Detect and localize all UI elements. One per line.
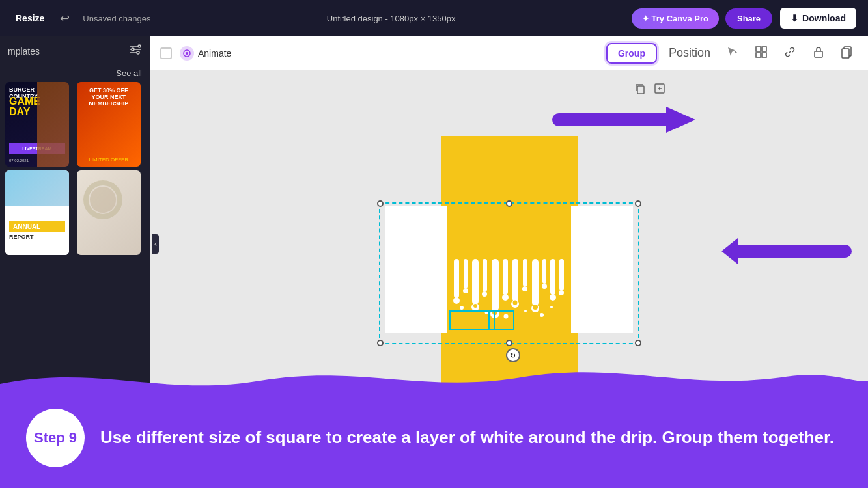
svg-point-7 bbox=[186, 52, 188, 55]
svg-point-20 bbox=[453, 297, 460, 304]
svg-point-42 bbox=[559, 290, 564, 295]
nav-right-buttons: ✦ Try Canva Pro Share ⬇ Download bbox=[632, 7, 858, 30]
svg-rect-11 bbox=[762, 53, 766, 57]
svg-rect-29 bbox=[503, 259, 508, 295]
sidebar-search-area: mplates bbox=[0, 36, 150, 66]
nav-center: Untitled design - 1080px × 1350px bbox=[158, 14, 623, 23]
design-title: Untitled design - 1080px × 1350px bbox=[327, 14, 456, 23]
svg-rect-33 bbox=[523, 259, 527, 286]
svg-point-43 bbox=[460, 306, 464, 310]
download-label: Download bbox=[802, 13, 846, 23]
svg-rect-41 bbox=[559, 259, 564, 290]
svg-point-49 bbox=[473, 304, 477, 308]
svg-point-22 bbox=[463, 288, 468, 293]
template-grid: BURGERCOUNTRY GAMEDAY LIVESTREAM 07.02.2… bbox=[0, 82, 150, 255]
svg-rect-10 bbox=[756, 53, 761, 57]
svg-point-52 bbox=[533, 305, 538, 310]
handle-bl[interactable] bbox=[377, 340, 384, 346]
secondary-toolbar: Animate Group Position bbox=[150, 36, 868, 70]
svg-point-38 bbox=[542, 284, 547, 289]
link-icon-button[interactable] bbox=[779, 43, 800, 64]
svg-rect-39 bbox=[550, 259, 555, 295]
purple-arrow-left bbox=[721, 233, 852, 271]
handle-br[interactable] bbox=[635, 340, 641, 346]
sidebar-see-all[interactable]: See all bbox=[0, 66, 150, 82]
svg-point-47 bbox=[540, 313, 544, 317]
svg-rect-57 bbox=[731, 245, 852, 258]
rotate-handle[interactable]: ↻ bbox=[506, 348, 520, 362]
svg-rect-37 bbox=[542, 259, 546, 284]
copy-canvas-button[interactable] bbox=[634, 82, 647, 98]
paint-icon-button[interactable] bbox=[722, 43, 743, 64]
svg-rect-14 bbox=[842, 49, 849, 58]
sidebar-collapse-arrow[interactable]: ‹ bbox=[152, 234, 159, 254]
position-button[interactable]: Position bbox=[665, 44, 714, 62]
animate-icon bbox=[180, 46, 194, 61]
resize-button[interactable]: Resize bbox=[10, 10, 49, 26]
top-navbar: Resize ↩ Unsaved changes Untitled design… bbox=[0, 0, 868, 36]
crop-icon-button[interactable] bbox=[837, 43, 858, 64]
download-button[interactable]: ⬇ Download bbox=[779, 7, 858, 30]
svg-rect-8 bbox=[756, 47, 761, 51]
group-button[interactable]: Group bbox=[606, 43, 657, 64]
canvas-top-icons bbox=[634, 82, 666, 98]
lock-icon-button[interactable] bbox=[808, 43, 829, 64]
position-label: Position bbox=[669, 46, 710, 59]
step-label: Step 9 bbox=[34, 429, 77, 446]
svg-point-5 bbox=[137, 51, 139, 54]
svg-point-46 bbox=[524, 310, 527, 312]
step-content: Step 9 Use different size of square to c… bbox=[0, 387, 868, 488]
share-button[interactable]: Share bbox=[725, 8, 772, 29]
svg-point-51 bbox=[512, 301, 517, 305]
svg-point-48 bbox=[550, 306, 553, 308]
animate-button[interactable]: Animate bbox=[180, 46, 231, 61]
svg-rect-9 bbox=[762, 47, 766, 51]
svg-marker-55 bbox=[666, 107, 695, 133]
svg-rect-12 bbox=[815, 51, 822, 57]
template-card-circle[interactable] bbox=[77, 170, 141, 255]
svg-rect-15 bbox=[637, 86, 644, 94]
sidebar-search-label: mplates bbox=[8, 46, 40, 57]
svg-point-3 bbox=[138, 45, 141, 47]
svg-rect-21 bbox=[464, 259, 468, 288]
svg-rect-35 bbox=[532, 259, 539, 306]
svg-rect-54 bbox=[552, 113, 673, 126]
template-card-discount[interactable]: GET 30% OFFYOUR NEXTMEMBERSHIP LIMITED O… bbox=[77, 82, 141, 167]
template-card-gameday[interactable]: BURGERCOUNTRY GAMEDAY LIVESTREAM 07.02.2… bbox=[5, 82, 69, 167]
undo-button[interactable]: ↩ bbox=[57, 8, 72, 28]
purple-arrow-right bbox=[552, 102, 695, 140]
svg-rect-23 bbox=[472, 259, 479, 305]
select-checkbox[interactable] bbox=[160, 47, 172, 59]
svg-point-34 bbox=[522, 286, 527, 291]
svg-rect-27 bbox=[492, 259, 499, 311]
add-canvas-button[interactable] bbox=[653, 82, 666, 98]
handle-tl[interactable] bbox=[377, 200, 384, 207]
template-card-annual[interactable]: ANNUAL REPORT bbox=[5, 170, 69, 255]
svg-rect-31 bbox=[512, 259, 518, 301]
svg-point-40 bbox=[550, 294, 556, 301]
svg-rect-25 bbox=[483, 259, 487, 291]
svg-point-26 bbox=[482, 291, 487, 297]
unsaved-label: Unsaved changes bbox=[83, 14, 150, 23]
inner-selection-box2 bbox=[488, 310, 514, 330]
svg-rect-19 bbox=[454, 259, 459, 298]
svg-point-4 bbox=[132, 48, 134, 51]
svg-point-30 bbox=[502, 294, 509, 301]
sidebar-filter-button[interactable] bbox=[129, 43, 142, 59]
animate-label: Animate bbox=[198, 48, 231, 59]
bottom-section: Step 9 Use different size of square to c… bbox=[0, 364, 868, 488]
try-canva-pro-button[interactable]: ✦ Try Canva Pro bbox=[632, 8, 719, 29]
grid-icon-button[interactable] bbox=[751, 43, 772, 64]
download-icon: ⬇ bbox=[791, 13, 798, 23]
handle-tr[interactable] bbox=[635, 200, 641, 207]
step-text: Use different size of square to create a… bbox=[100, 427, 834, 449]
step-circle: Step 9 bbox=[26, 409, 85, 467]
